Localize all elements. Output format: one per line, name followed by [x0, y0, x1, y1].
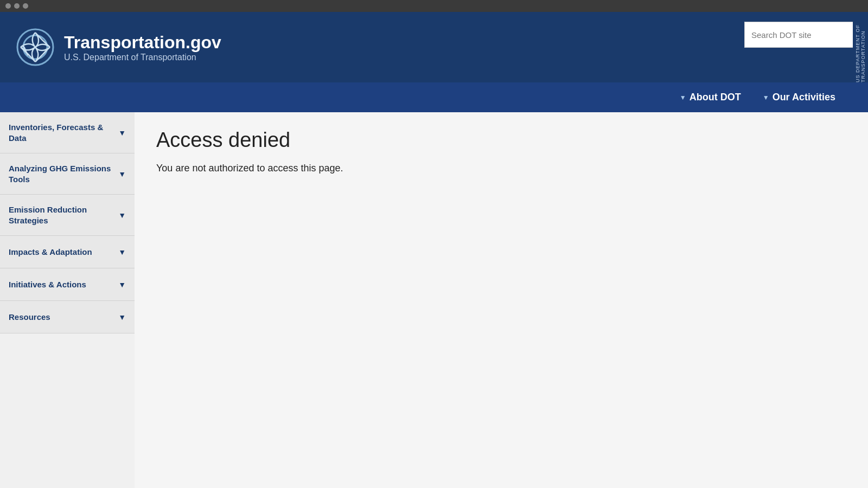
chevron-down-icon: ▼ [763, 94, 769, 101]
sidebar-item-analyzing-ghg-label: Analyzing GHG Emissions Tools [9, 163, 114, 184]
nav-bar: ▼ About DOT ▼ Our Activities [0, 82, 868, 112]
department-name: U.S. Department of Transportation [64, 53, 221, 62]
page-message: You are not authorized to access this pa… [156, 163, 846, 174]
chrome-maximize[interactable] [23, 3, 28, 9]
sidebar-item-initiatives-actions[interactable]: Initiatives & Actions ▼ [0, 268, 135, 301]
sidebar-item-resources[interactable]: Resources ▼ [0, 301, 135, 333]
dot-logo-icon [16, 28, 54, 66]
chevron-down-icon: ▼ [118, 170, 126, 178]
seal-text: US DEPARTMENT OF TRANSPORTATION [855, 12, 866, 82]
chevron-down-icon: ▼ [118, 129, 126, 137]
window-chrome [0, 0, 868, 12]
search-input[interactable] [744, 22, 868, 48]
sidebar-item-impacts-adaptation[interactable]: Impacts & Adaptation ▼ [0, 236, 135, 268]
sidebar-item-emission-reduction-label: Emission Reduction Strategies [9, 204, 114, 226]
chevron-down-icon: ▼ [680, 94, 686, 101]
site-name: Transportation.gov [64, 33, 221, 53]
chevron-down-icon: ▼ [118, 313, 126, 322]
nav-label-about-dot: About DOT [690, 92, 741, 103]
sidebar: Inventories, Forecasts & Data ▼ Analyzin… [0, 112, 135, 488]
chrome-close[interactable] [5, 3, 11, 9]
header: Transportation.gov U.S. Department of Tr… [0, 12, 868, 82]
nav-item-our-activities[interactable]: ▼ Our Activities [763, 92, 835, 103]
logo-area: Transportation.gov U.S. Department of Tr… [16, 28, 221, 66]
content-area: Inventories, Forecasts & Data ▼ Analyzin… [0, 112, 868, 488]
sidebar-item-inventories-label: Inventories, Forecasts & Data [9, 122, 114, 143]
site-title: Transportation.gov U.S. Department of Tr… [64, 33, 221, 62]
chevron-down-icon: ▼ [118, 211, 126, 220]
nav-item-about-dot[interactable]: ▼ About DOT [680, 92, 741, 103]
main-content: Access denied You are not authorized to … [135, 112, 868, 488]
sidebar-item-inventories[interactable]: Inventories, Forecasts & Data ▼ [0, 112, 135, 153]
nav-label-our-activities: Our Activities [773, 92, 835, 103]
sidebar-item-initiatives-actions-label: Initiatives & Actions [9, 279, 114, 290]
sidebar-item-resources-label: Resources [9, 312, 114, 323]
page-title: Access denied [156, 129, 846, 152]
side-seal: US DEPARTMENT OF TRANSPORTATION [853, 12, 868, 82]
sidebar-item-analyzing-ghg[interactable]: Analyzing GHG Emissions Tools ▼ [0, 153, 135, 195]
chevron-down-icon: ▼ [118, 280, 126, 289]
search-area [744, 12, 868, 48]
chrome-minimize[interactable] [14, 3, 20, 9]
chevron-down-icon: ▼ [118, 248, 126, 256]
sidebar-item-impacts-adaptation-label: Impacts & Adaptation [9, 247, 114, 258]
sidebar-item-emission-reduction[interactable]: Emission Reduction Strategies ▼ [0, 195, 135, 236]
